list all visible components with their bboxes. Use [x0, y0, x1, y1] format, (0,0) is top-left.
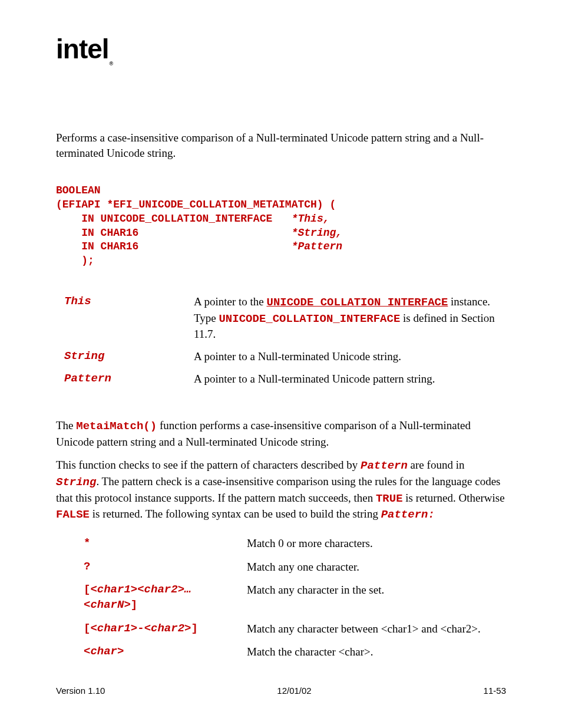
param-name: Pattern: [57, 371, 193, 393]
const-false: FALSE: [56, 508, 90, 521]
syntax-desc: Match any character in the set.: [247, 579, 481, 616]
code-line: IN UNICODE_COLLATION_INTERFACE: [56, 213, 292, 225]
param-ref: Pattern: [361, 459, 408, 472]
syntax-symbol: <char>: [57, 641, 246, 663]
code-arg: *String,: [292, 227, 342, 239]
syntax-symbol: [<char1><char2>…<charN>]: [57, 579, 246, 616]
syntax-desc: Match any one character.: [247, 556, 481, 578]
parameters-table: This A pointer to the UNICODE_COLLATION_…: [56, 293, 506, 393]
syntax-symbol: *: [57, 532, 246, 555]
param-ref: Pattern: [381, 508, 428, 521]
description-section: The MetaiMatch() function performs a cas…: [56, 418, 506, 664]
code-line: );: [56, 255, 94, 266]
summary-text: Performs a case-insensitive comparison o…: [56, 130, 506, 160]
param-ref: String: [56, 476, 96, 489]
prototype-code: BOOLEAN (EFIAPI *EFI_UNICODE_COLLATION_M…: [56, 184, 506, 268]
syntax-row: <char> Match the character <char>.: [57, 641, 481, 663]
intel-logo: inte↓l®: [56, 35, 506, 65]
type-link[interactable]: UNICODE_COLLATION_INTERFACE: [266, 296, 448, 309]
param-name: String: [57, 349, 193, 370]
footer-version: Version 1.10: [56, 686, 105, 696]
param-row: String A pointer to a Null-terminated Un…: [57, 349, 505, 370]
param-desc: A pointer to a Null-terminated Unicode s…: [194, 349, 505, 370]
param-row: This A pointer to the UNICODE_COLLATION_…: [57, 294, 505, 348]
param-row: Pattern A pointer to a Null-terminated U…: [57, 371, 505, 393]
type-name: UNICODE_COLLATION_INTERFACE: [219, 312, 400, 325]
code-arg: *This,: [292, 213, 330, 225]
footer-date: 12/01/02: [277, 686, 311, 696]
syntax-row: * Match 0 or more characters.: [57, 532, 481, 555]
description-paragraph: This function checks to see if the patte…: [56, 457, 506, 523]
syntax-symbol: ?: [57, 556, 246, 578]
syntax-desc: Match 0 or more characters.: [247, 532, 481, 555]
syntax-desc: Match the character <char>.: [247, 641, 481, 663]
syntax-row: [<char1>-<char2>] Match any character be…: [57, 618, 481, 640]
syntax-row: ? Match any one character.: [57, 556, 481, 578]
page-content: Performs a case-insensitive comparison o…: [56, 130, 506, 664]
syntax-table: * Match 0 or more characters. ? Match an…: [56, 531, 482, 664]
const-true: TRUE: [376, 492, 403, 505]
param-desc: A pointer to the UNICODE_COLLATION_INTER…: [194, 294, 505, 348]
code-line: IN CHAR16: [56, 227, 292, 239]
syntax-row: [<char1><char2>…<charN>] Match any chara…: [57, 579, 481, 616]
description-paragraph: The MetaiMatch() function performs a cas…: [56, 418, 506, 449]
footer-page: 11-53: [484, 686, 506, 696]
code-arg: *Pattern: [292, 241, 342, 252]
code-line: IN CHAR16: [56, 241, 292, 252]
param-name: This: [57, 294, 193, 348]
syntax-symbol: [<char1>-<char2>]: [57, 618, 246, 640]
code-line: BOOLEAN: [56, 185, 101, 196]
param-desc: A pointer to a Null-terminated Unicode p…: [194, 371, 505, 393]
syntax-desc: Match any character between <char1> and …: [247, 618, 481, 640]
page-footer: Version 1.10 12/01/02 11-53: [56, 686, 506, 696]
function-name: MetaiMatch(): [76, 420, 157, 433]
code-line: (EFIAPI *EFI_UNICODE_COLLATION_METAIMATC…: [56, 199, 336, 210]
